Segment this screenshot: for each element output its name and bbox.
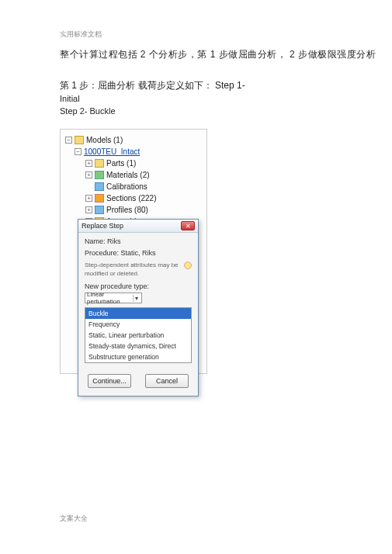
list-item-steady[interactable]: Steady-state dynamics, Direct — [85, 341, 191, 351]
newproc-row: New procedure type: Linear perturbation … — [85, 282, 192, 303]
tree-parts[interactable]: + Parts (1) — [64, 158, 203, 169]
materials-icon — [95, 171, 104, 179]
combo-value: Linear perturbation — [87, 291, 133, 305]
procedure-label: Procedure: — [85, 249, 119, 257]
list-item-buckle[interactable]: Buckle — [85, 308, 191, 319]
procedure-row: Procedure: Static, Riks — [85, 249, 192, 257]
name-value: Riks — [107, 237, 121, 245]
procedure-listbox[interactable]: Buckle Frequency Static, Linear perturba… — [85, 307, 192, 363]
doc-header: 实用标准文档 — [60, 29, 102, 40]
lightbulb-icon — [184, 261, 192, 269]
tree-models[interactable]: − Models (1) — [64, 134, 203, 146]
close-icon[interactable]: ✕ — [181, 221, 195, 230]
dialog-titlebar[interactable]: Replace Step ✕ — [78, 220, 198, 233]
doc-footer: 文案大全 — [60, 514, 88, 524]
name-row: Name: Riks — [85, 237, 192, 245]
collapse-icon[interactable]: − — [65, 137, 72, 144]
newproc-label: New procedure type: — [85, 282, 149, 290]
model-link[interactable]: 1000TEU_Intact — [84, 147, 140, 156]
expand-icon[interactable]: + — [85, 206, 92, 213]
tree-label: Models (1) — [86, 136, 123, 144]
paragraph-overview: 整个计算过程包括 2 个分析步，第 1 步做屈曲分析， 2 步做极限强度分析 — [60, 48, 376, 61]
tree-materials[interactable]: + Materials (2) — [64, 169, 203, 181]
calibrations-icon — [95, 182, 104, 191]
sections-icon — [95, 194, 104, 203]
dialog-title: Replace Step — [82, 222, 123, 230]
chevron-down-icon[interactable]: ▾ — [133, 295, 140, 302]
abaqus-screenshot: − Models (1) − 1000TEU_Intact + Parts (1… — [60, 129, 207, 374]
tree-sections[interactable]: + Sections (222) — [64, 192, 203, 204]
list-item-substructure[interactable]: Substructure generation — [85, 351, 191, 362]
newproc-combo[interactable]: Linear perturbation ▾ — [85, 293, 142, 303]
tree-model-item[interactable]: − 1000TEU_Intact — [64, 146, 203, 158]
paragraph-step1: 第 1 步：屈曲分析 载荷步定义如下： Step 1- — [60, 79, 245, 92]
tree-calibrations[interactable]: Calibrations — [64, 181, 203, 192]
list-item-static[interactable]: Static, Linear perturbation — [85, 330, 191, 341]
expand-icon[interactable]: + — [85, 195, 92, 202]
hint-row: Step-dependent attributes may be modifie… — [85, 261, 192, 278]
dialog-body: Name: Riks Procedure: Static, Riks Step-… — [78, 233, 198, 368]
tree-profiles[interactable]: + Profiles (80) — [64, 204, 203, 216]
profiles-icon — [95, 206, 104, 214]
folder-icon — [75, 136, 84, 144]
hint-text: Step-dependent attributes may be modifie… — [85, 261, 182, 278]
text-initial: Initial — [60, 94, 80, 103]
replace-step-dialog: Replace Step ✕ Name: Riks Procedure: Sta… — [78, 219, 199, 396]
continue-button[interactable]: Continue... — [88, 374, 131, 388]
parts-icon — [95, 159, 104, 168]
list-item-frequency[interactable]: Frequency — [85, 319, 191, 330]
expand-icon[interactable]: + — [85, 171, 92, 178]
name-label: Name: — [85, 237, 106, 245]
cancel-button[interactable]: Cancel — [145, 374, 189, 388]
expand-icon[interactable]: + — [85, 160, 92, 167]
collapse-icon[interactable]: − — [75, 148, 82, 155]
text-step2: Step 2- Buckle — [60, 106, 116, 116]
dialog-buttons: Continue... Cancel — [78, 368, 198, 396]
procedure-value: Static, Riks — [121, 249, 156, 257]
